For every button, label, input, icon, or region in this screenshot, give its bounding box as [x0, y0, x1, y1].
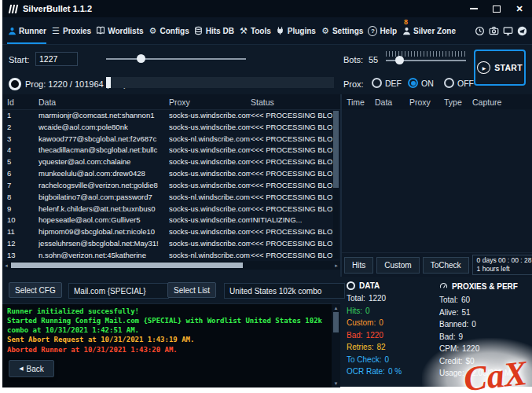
tab-configs-label: Configs [160, 27, 189, 35]
tab-proxies[interactable]: ☰ Proxies [51, 17, 91, 44]
column-header-status: Status [251, 97, 339, 107]
column-header-type: Type [444, 97, 472, 107]
table-row[interactable]: 11 hipmom09@sbcglobal.net:nicole10 socks… [2, 226, 332, 237]
close-button[interactable]: ✕ [514, 3, 525, 14]
telegram-icon[interactable] [516, 25, 527, 36]
cell-status: <<< PROCESSING BLOCK [251, 204, 332, 213]
scroll-up-icon[interactable]: ▲ [334, 304, 339, 312]
cell-status: <<< PROCESSING BLOCK [251, 157, 332, 166]
tab-configs[interactable]: ⚙ Configs [149, 17, 189, 44]
cell-proxy: socks-nl.windscribe.com:1 [169, 251, 251, 259]
table-row[interactable]: 5 yquester@aol.com:chalaine socks-us.win… [2, 156, 332, 167]
cell-proxy: socks-us.windscribe.com:1 [169, 111, 251, 119]
runner-table-body: 1 marmionjr@comcast.net:shannon1 socks-u… [2, 109, 332, 261]
tab-plugins[interactable]: Plugins [276, 17, 316, 44]
cell-data: n.sohn@verizon.net:45katherine [39, 251, 169, 259]
table-vertical-scrollbar[interactable] [333, 111, 339, 259]
table-row[interactable]: 6 munkeelulu@aol.com:drew0428 socks-us.w… [2, 167, 332, 179]
bots-slider[interactable] [386, 51, 466, 64]
table-row[interactable]: 1 marmionjr@comcast.net:shannon1 socks-u… [2, 109, 332, 121]
table-row[interactable]: 2 wcaide@aol.com:pole80nk socks-us.winds… [2, 121, 332, 133]
cell-id: 11 [7, 227, 39, 236]
scroll-right-icon[interactable]: ▸ [332, 263, 340, 269]
vertical-scroll-thumb[interactable] [333, 111, 339, 188]
tab-help[interactable]: ? Help [368, 17, 397, 44]
back-button[interactable]: ◀ Back [9, 360, 54, 377]
camera-icon[interactable] [488, 25, 499, 36]
radio-dot [444, 78, 454, 88]
table-row[interactable]: 12 jesseluhrsen@sbcglobal.net:May31! soc… [2, 237, 332, 249]
proxy-mode-on-radio[interactable]: ON [408, 78, 434, 88]
hits-tab-button[interactable]: Hits [344, 257, 373, 274]
stat-label: Hits: [347, 305, 362, 318]
maximize-button[interactable] [491, 3, 502, 14]
table-row[interactable]: 7 rachelcogsville@verizon.net:goldie8 so… [2, 179, 332, 191]
cell-id: 12 [7, 239, 39, 248]
proxy-mode-label: Prox: [343, 79, 364, 89]
selected-config-value: Mail.com {SPECIAL} [68, 283, 169, 299]
tab-proxies-label: Proxies [63, 27, 91, 35]
table-row[interactable]: 9 helenf.k.childers@att.net:buxnbus0 soc… [2, 203, 332, 215]
notification-badge: 8 [404, 18, 408, 26]
cell-id: 10 [7, 215, 39, 224]
start-position-input[interactable] [35, 52, 78, 66]
column-header-capture: Capture [472, 97, 516, 107]
progress-circle-icon [9, 78, 21, 90]
horizontal-scroll-thumb[interactable] [11, 263, 243, 268]
select-wordlist-button[interactable]: Select List [167, 282, 216, 298]
history-icon[interactable] [474, 25, 485, 36]
cell-status: <<< PROCESSING BLOCK [251, 239, 332, 248]
cell-data: kawood777@sbcglobal.net:f2v687c [39, 134, 169, 143]
start-button[interactable]: ▶ START [474, 50, 526, 86]
cell-proxy: socks-us.windscribe.com:1 [169, 215, 251, 224]
hits-table-body [342, 109, 532, 253]
wordlists-icon [96, 26, 105, 36]
start-slider[interactable] [106, 54, 246, 64]
select-config-button[interactable]: Select CFG [9, 282, 62, 298]
main-area: Id Data Proxy Status 1 marmionjr@comcast… [2, 94, 532, 277]
cell-proxy: socks-us.windscribe.com [169, 181, 251, 189]
tab-silver-zone[interactable]: 8 Silver Zone [402, 17, 456, 44]
monitor-icon[interactable] [502, 25, 513, 36]
cell-proxy: socks-us.windscribe.com:1 [169, 169, 251, 178]
bots-label: Bots: [343, 55, 363, 64]
proxy-mode-off-radio[interactable]: OFF [444, 78, 474, 88]
hits-tabs-row: Hits Custom ToCheck 0 days 00 : 00 : 28 … [342, 252, 532, 277]
tab-tools[interactable]: ⚒ Tools [239, 17, 271, 44]
timer-elapsed: 0 days 00 : 00 : 28 [477, 256, 532, 265]
table-row[interactable]: 3 kawood777@sbcglobal.net:f2v687c socks-… [2, 133, 332, 145]
log-scroll-thumb[interactable] [333, 312, 339, 332]
table-row[interactable]: 4 thecadillacman@sbcglobal.net:bullc soc… [2, 144, 332, 156]
table-row[interactable]: 10 hopeseatle@aol.com:Gulliver5 socks-us… [2, 214, 332, 226]
start-slider-thumb[interactable] [137, 54, 145, 63]
table-row[interactable]: 8 bigboilatino7@aol.com:password7 socks-… [2, 191, 332, 203]
tab-settings[interactable]: ⚙ Settings [321, 17, 363, 44]
hits-panel: Time Data Proxy Type Capture Hits Custom… [340, 94, 532, 277]
scroll-down-icon[interactable]: ▼ [334, 380, 339, 387]
table-row[interactable]: 13 n.sohn@verizon.net:45katherine socks-… [2, 249, 332, 261]
cell-data: jesseluhrsen@sbcglobal.net:May31! [39, 239, 169, 248]
custom-tab-button[interactable]: Custom [376, 257, 419, 274]
tab-runner[interactable]: Runner [7, 17, 46, 44]
runner-controls: Start: Bots: 55 ▶ START Prog: 1220 / 101… [2, 45, 532, 94]
window-title: SilverBullet 1.1.2 [23, 4, 92, 13]
table-horizontal-scrollbar[interactable]: ◂ ▸ [2, 261, 340, 270]
cell-status: INITIALIZING... [251, 215, 332, 224]
log-scrollbar[interactable]: ▲ ▼ [332, 304, 340, 387]
bots-slider-thumb[interactable] [395, 56, 404, 64]
stat-label: Retries: [347, 341, 373, 354]
stat-label: OCR Rate: [347, 365, 385, 378]
cell-proxy: socks-us.windscribe.com [169, 204, 251, 213]
tab-wordlists[interactable]: Wordlists [96, 17, 143, 44]
cell-data: hipmom09@sbcglobal.net:nicole10 [39, 227, 169, 236]
gauge-icon [439, 281, 448, 292]
proxies-icon: ☰ [51, 26, 61, 36]
scroll-left-icon[interactable]: ◂ [2, 263, 10, 269]
proxy-mode-def-radio[interactable]: DEF [372, 78, 402, 88]
play-icon: ▶ [477, 61, 490, 74]
runner-table-header: Id Data Proxy Status [2, 94, 340, 110]
tocheck-tab-button[interactable]: ToCheck [423, 257, 469, 274]
minimize-button[interactable] [468, 3, 479, 14]
tab-hits-db[interactable]: Hits DB [194, 17, 234, 44]
cell-id: 9 [7, 204, 39, 213]
